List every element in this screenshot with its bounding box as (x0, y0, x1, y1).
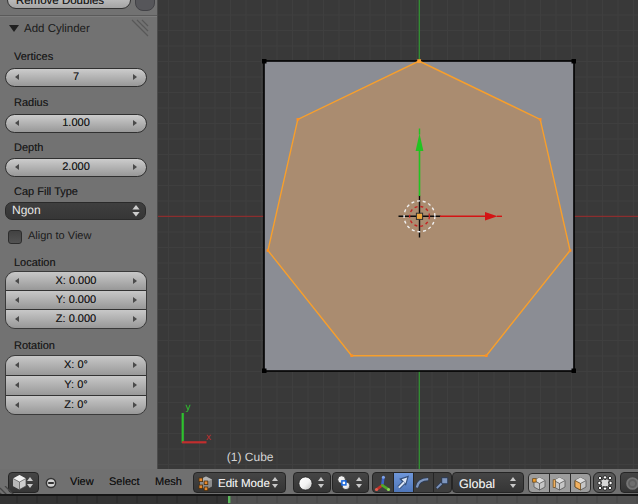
svg-text:x: x (206, 432, 211, 443)
svg-text:(1) Cube: (1) Cube (227, 450, 274, 464)
svg-text:y: y (186, 402, 191, 413)
